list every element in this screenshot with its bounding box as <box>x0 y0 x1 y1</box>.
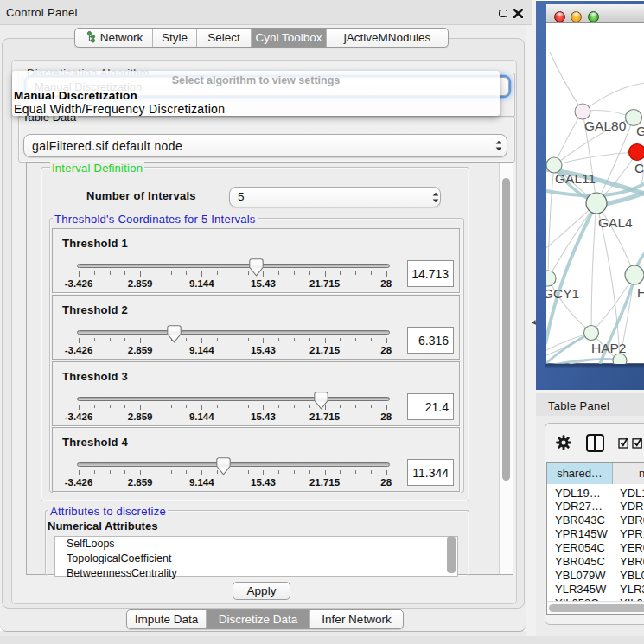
svg-text:GAL4: GAL4 <box>598 215 633 230</box>
svg-text:GAL11: GAL11 <box>555 171 596 186</box>
svg-text:HAP2: HAP2 <box>591 341 627 355</box>
svg-text:GCY1: GCY1 <box>546 286 579 301</box>
svg-text:C: C <box>634 161 644 175</box>
svg-text:H: H <box>637 285 644 300</box>
svg-text:GA: GA <box>636 124 644 138</box>
svg-text:GAL80: GAL80 <box>584 118 627 133</box>
